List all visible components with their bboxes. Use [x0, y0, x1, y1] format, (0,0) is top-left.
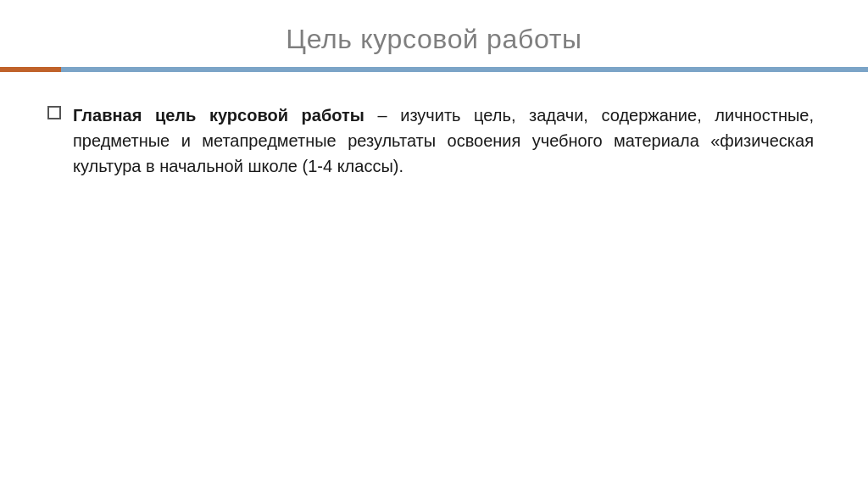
checkbox-icon	[47, 106, 61, 119]
bullet-item: Главная цель курсовой работы – изучить ц…	[47, 103, 814, 179]
title-area: Цель курсовой работы	[0, 0, 868, 72]
bullet-text: Главная цель курсовой работы – изучить ц…	[73, 103, 814, 179]
content-area: Главная цель курсовой работы – изучить ц…	[0, 72, 868, 488]
slide: Цель курсовой работы Главная цель курсов…	[0, 0, 868, 488]
bullet-bold: Главная цель курсовой работы	[73, 106, 364, 125]
slide-title: Цель курсовой работы	[286, 24, 581, 55]
